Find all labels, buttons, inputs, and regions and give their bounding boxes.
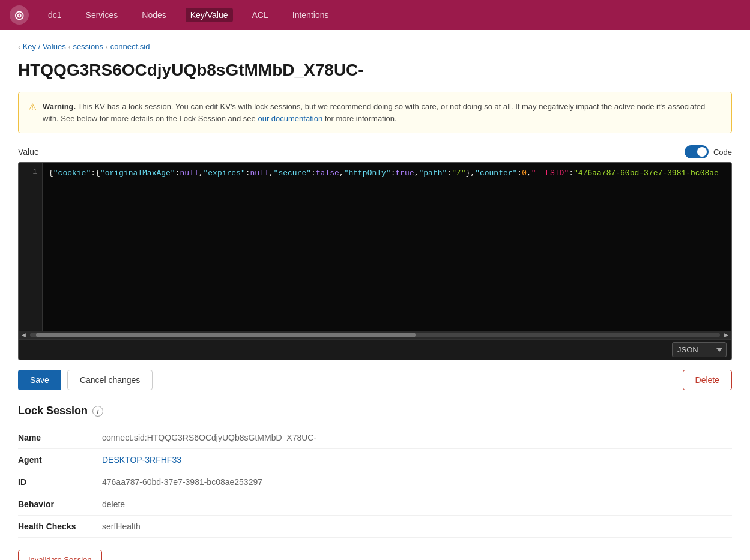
lock-session-table: Name connect.sid:HTQQG3RS6OCdjyUQb8sGtMM…	[18, 427, 732, 538]
save-button[interactable]: Save	[18, 370, 61, 390]
breadcrumb-sep-1: ‹	[68, 43, 71, 50]
lock-session-header: Lock Session i	[18, 405, 732, 417]
code-toggle-label: Code	[713, 148, 732, 157]
code-content[interactable]: {"cookie":{"originalMaxAge":null,"expire…	[43, 163, 731, 331]
warning-doc-link[interactable]: our documentation	[258, 114, 322, 123]
nav-keyvalue[interactable]: Key/Value	[186, 8, 233, 22]
delete-button[interactable]: Delete	[683, 370, 732, 390]
code-brace-open: {	[49, 169, 53, 178]
nav-intentions[interactable]: Intentions	[288, 8, 334, 22]
cancel-button[interactable]: Cancel changes	[67, 370, 153, 390]
code-editor-wrapper: 1 {"cookie":{"originalMaxAge":null,"expi…	[18, 162, 732, 360]
field-behavior-label: Behavior	[18, 493, 102, 516]
field-id-value: 476aa787-60bd-37e7-3981-bc08ae253297	[102, 471, 732, 493]
scroll-thumb[interactable]	[36, 333, 416, 337]
invalidate-session-button[interactable]: Invalidate Session	[18, 550, 102, 560]
nav-dc1[interactable]: dc1	[43, 8, 67, 22]
code-editor[interactable]: 1 {"cookie":{"originalMaxAge":null,"expi…	[19, 163, 731, 331]
table-row: Name connect.sid:HTQQG3RS6OCdjyUQb8sGtMM…	[18, 427, 732, 449]
field-agent-value: DESKTOP-3RFHF33	[102, 449, 732, 471]
nav-acl[interactable]: ACL	[247, 8, 273, 22]
table-row: Health Checks serfHealth	[18, 516, 732, 538]
main-content: ‹ Key / Values ‹ sessions ‹ connect.sid …	[0, 30, 750, 560]
breadcrumb-connect-sid[interactable]: connect.sid	[110, 42, 150, 51]
scroll-right-arrow[interactable]: ▶	[722, 332, 730, 338]
line-numbers: 1	[19, 163, 43, 331]
scroll-track[interactable]	[30, 333, 720, 337]
agent-link[interactable]: DESKTOP-3RFHF33	[102, 455, 181, 465]
app-logo: ◎	[10, 5, 29, 25]
field-name-label: Name	[18, 427, 102, 449]
field-agent-label: Agent	[18, 449, 102, 471]
field-id-label: ID	[18, 471, 102, 493]
field-name-value: connect.sid:HTQQG3RS6OCdjyUQb8sGtMMbD_X7…	[102, 427, 732, 449]
value-label: Value	[18, 147, 39, 157]
breadcrumb-sep-2: ‹	[106, 43, 108, 50]
code-toggle-switch[interactable]	[685, 145, 709, 158]
code-cookie-key: "cookie"	[53, 169, 91, 178]
breadcrumb-key-values[interactable]: Key / Values	[23, 42, 66, 51]
warning-icon: ⚠	[28, 101, 37, 113]
toggle-slider	[685, 145, 709, 158]
breadcrumb-sessions[interactable]: sessions	[73, 42, 103, 51]
page-title: HTQQG3RS6OCdjyUQb8sGtMMbD_X78UC-	[18, 61, 732, 80]
code-footer: JSON Base64 Plain Text	[19, 339, 731, 360]
warning-banner: ⚠ Warning. This KV has a lock session. Y…	[18, 92, 732, 133]
info-icon[interactable]: i	[92, 406, 103, 417]
field-behavior-value: delete	[102, 493, 732, 516]
value-header: Value Code	[18, 145, 732, 158]
actions-row: Save Cancel changes Delete	[18, 370, 732, 390]
warning-text-after: for more information.	[325, 114, 397, 123]
lock-session-title: Lock Session	[18, 405, 88, 417]
breadcrumb: ‹ Key / Values ‹ sessions ‹ connect.sid	[18, 42, 732, 51]
nav-services[interactable]: Services	[81, 8, 123, 22]
table-row: Behavior delete	[18, 493, 732, 516]
breadcrumb-sep-0: ‹	[18, 43, 20, 50]
table-row: ID 476aa787-60bd-37e7-3981-bc08ae253297	[18, 471, 732, 493]
warning-bold: Warning.	[43, 102, 76, 111]
code-line-1: {"cookie":{"originalMaxAge":null,"expire…	[49, 167, 725, 180]
scroll-left-arrow[interactable]: ◀	[20, 332, 28, 338]
format-select[interactable]: JSON Base64 Plain Text	[672, 342, 727, 357]
horizontal-scrollbar[interactable]: ◀ ▶	[19, 331, 731, 339]
nav-nodes[interactable]: Nodes	[137, 8, 171, 22]
top-navigation: ◎ dc1 Services Nodes Key/Value ACL Inten…	[0, 0, 750, 30]
warning-text: Warning. This KV has a lock session. You…	[43, 101, 722, 124]
field-health-checks-value: serfHealth	[102, 516, 732, 538]
field-health-checks-label: Health Checks	[18, 516, 102, 538]
table-row: Agent DESKTOP-3RFHF33	[18, 449, 732, 471]
actions-left: Save Cancel changes	[18, 370, 153, 390]
code-toggle-group: Code	[685, 145, 732, 158]
